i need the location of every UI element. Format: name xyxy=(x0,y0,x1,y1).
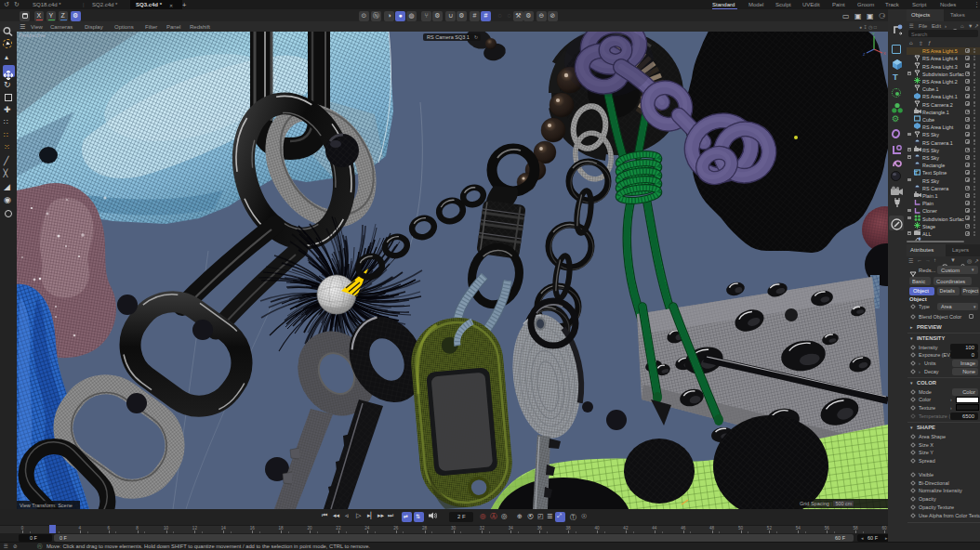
svg-text:X: X xyxy=(883,51,886,56)
svg-text:Y: Y xyxy=(872,32,875,36)
